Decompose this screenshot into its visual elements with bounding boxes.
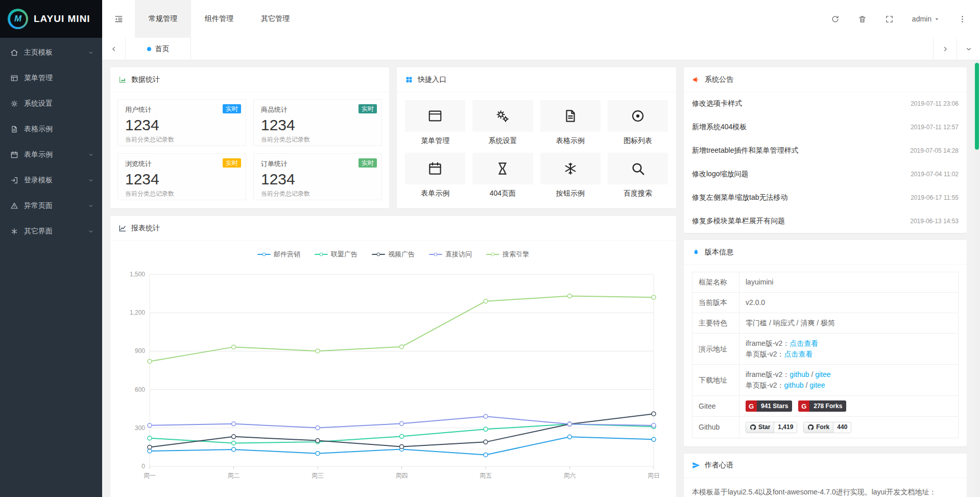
- document-icon: [540, 100, 601, 132]
- stat-box-users[interactable]: 用户统计 1234 当前分类总记录数 实时: [117, 99, 246, 146]
- more-menu-button[interactable]: [958, 15, 967, 23]
- user-menu[interactable]: admin: [912, 15, 940, 23]
- download-github-link[interactable]: github: [784, 381, 803, 389]
- sidebar-item-menu-management[interactable]: 菜单管理: [0, 65, 102, 91]
- current-version-label: 当前版本: [692, 293, 739, 313]
- announcement-link[interactable]: 修复多模块菜单栏展开有问题: [692, 217, 785, 226]
- line-chart-icon: [118, 224, 127, 232]
- announcement-row: 修复多模块菜单栏展开有问题 2019-06-13 14:53: [684, 209, 967, 233]
- stat-value: 1234: [261, 116, 374, 134]
- download-gitee-link[interactable]: gitee: [815, 370, 830, 378]
- legend-item-search-engine[interactable]: 搜索引擎: [486, 250, 529, 259]
- download-github-link[interactable]: github: [790, 370, 809, 378]
- sidebar-item-other-pages[interactable]: 其它界面: [0, 219, 102, 244]
- logo-text: LAYUI MINI: [34, 13, 90, 25]
- download-address-value: iframe版-v2：github / gitee 单页版-v2：github …: [739, 365, 959, 396]
- gitee-forks-badge[interactable]: G278 Forks: [798, 400, 846, 412]
- announcement-link[interactable]: 修改logo缩放问题: [692, 170, 748, 179]
- sidebar-item-label: 登录模板: [24, 176, 88, 185]
- svg-text:900: 900: [134, 347, 145, 354]
- collapse-sidebar-button[interactable]: [102, 0, 135, 38]
- table-row: 下载地址 iframe版-v2：github / gitee 单页版-v2：gi…: [692, 365, 959, 396]
- legend-item-direct[interactable]: 直接访问: [429, 250, 472, 259]
- announcement-date: 2019-07-11 12:57: [911, 124, 959, 131]
- stats-grid: 用户统计 1234 当前分类总记录数 实时 商品统计 1234 当前分类总记录数…: [110, 92, 389, 207]
- gitee-stars-badge[interactable]: G941 Stars: [746, 400, 792, 412]
- github-star-badge[interactable]: Star 1,419: [746, 422, 797, 433]
- app-logo[interactable]: M LAYUI MINI: [0, 0, 102, 38]
- header-tab-components[interactable]: 组件管理: [191, 0, 247, 38]
- stats-card-header: 数据统计: [110, 67, 389, 92]
- stat-box-orders[interactable]: 订单统计 1234 当前分类总记录数 实时: [253, 153, 382, 200]
- github-fork-count: 440: [833, 422, 851, 433]
- announcement-date: 2019-06-13 14:53: [910, 218, 959, 225]
- sidebar-item-error-pages[interactable]: 异常页面: [0, 193, 102, 219]
- scrollbar[interactable]: [974, 60, 980, 497]
- download-gitee-link[interactable]: gitee: [809, 381, 825, 389]
- table-row: 演示地址 iframe版-v2：点击查看 单页版-v2：点击查看: [692, 334, 959, 365]
- legend-marker: [372, 252, 385, 257]
- announcement-date: 2019-07-04 11:02: [911, 171, 959, 178]
- gitee-icon: G: [798, 400, 809, 412]
- quick-entry-table-demo[interactable]: 表格示例: [540, 100, 601, 146]
- clear-cache-button[interactable]: [858, 15, 867, 23]
- tab-options-button[interactable]: [957, 38, 980, 60]
- quick-entry-icon-list[interactable]: 图标列表: [608, 100, 668, 146]
- quick-entry-menu-management[interactable]: 菜单管理: [405, 100, 465, 146]
- legend-item-affiliate[interactable]: 联盟广告: [315, 250, 357, 259]
- home-icon: [10, 49, 18, 57]
- demo-iframe-link[interactable]: 点击查看: [790, 339, 818, 347]
- demo-spa-link[interactable]: 点击查看: [784, 350, 812, 358]
- author-message-text: 本模板基于layui2.5.4以及font-awesome-4.7.0进行实现。…: [692, 488, 936, 496]
- chevron-down-icon: [88, 152, 94, 158]
- announcement-link[interactable]: 新增treetable插件和菜单管理样式: [692, 146, 798, 155]
- stat-caption: 当前分类总记录数: [261, 190, 374, 198]
- refresh-icon: [831, 15, 840, 23]
- svg-text:周日: 周日: [648, 472, 660, 479]
- framework-name-value: layuimini: [739, 272, 959, 293]
- fullscreen-button[interactable]: [885, 15, 894, 23]
- github-icon: [750, 424, 756, 431]
- legend-item-email[interactable]: 邮件营销: [257, 250, 300, 259]
- stat-box-views[interactable]: 浏览统计 1234 当前分类总记录数 实时: [117, 153, 246, 200]
- gitee-label: Gitee: [692, 396, 739, 417]
- quick-entry-system-settings[interactable]: 系统设置: [472, 100, 533, 146]
- scrollbar-thumb[interactable]: [975, 63, 979, 150]
- sidebar-item-label: 其它界面: [24, 227, 88, 236]
- gears-icon: [472, 100, 533, 132]
- tab-home[interactable]: 首页: [126, 38, 191, 60]
- chevron-down-icon: [88, 177, 94, 183]
- announcement-link[interactable]: 新增系统404模板: [692, 123, 747, 132]
- flame-icon: [692, 248, 700, 256]
- table-row: Gitee G941 Stars G278 Forks: [692, 396, 959, 417]
- announcement-link[interactable]: 修改选项卡样式: [692, 99, 742, 108]
- gitee-icon: G: [746, 400, 757, 412]
- quick-entry-button-demo[interactable]: 按钮示例: [540, 153, 601, 198]
- quick-entry-label: 表格示例: [540, 136, 601, 146]
- github-fork-badge[interactable]: Fork 440: [803, 422, 851, 433]
- sidebar-item-system-settings[interactable]: 系统设置: [0, 91, 102, 116]
- tab-scroll-left-button[interactable]: [102, 38, 126, 60]
- status-badge: 实时: [223, 104, 241, 113]
- quick-entry-404-page[interactable]: 404页面: [472, 153, 533, 198]
- quick-entry-label: 404页面: [472, 189, 533, 198]
- framework-name-label: 框架名称: [692, 272, 739, 293]
- top-header: 常规管理 组件管理 其它管理 admin: [102, 0, 980, 38]
- sidebar-item-label: 菜单管理: [24, 74, 94, 83]
- sidebar-item-form-demo[interactable]: 表单示例: [0, 142, 102, 168]
- sidebar-item-home-templates[interactable]: 主页模板: [0, 40, 102, 65]
- announcement-link[interactable]: 修复左侧菜单缩放tab无法移动: [692, 193, 787, 202]
- quick-entry-form-demo[interactable]: 表单示例: [405, 153, 465, 198]
- tab-scroll-right-button[interactable]: [933, 38, 957, 60]
- svg-text:周六: 周六: [563, 472, 576, 479]
- refresh-button[interactable]: [831, 15, 840, 23]
- header-tab-other[interactable]: 其它管理: [247, 0, 303, 38]
- sidebar-item-table-demo[interactable]: 表格示例: [0, 116, 102, 142]
- quick-entry-baidu-search[interactable]: 百度搜索: [608, 153, 668, 198]
- svg-text:300: 300: [134, 424, 145, 432]
- announcement-row: 修复左侧菜单缩放tab无法移动 2019-06-17 11:55: [684, 186, 967, 209]
- header-tab-general[interactable]: 常规管理: [135, 0, 191, 38]
- sidebar-item-login-templates[interactable]: 登录模板: [0, 168, 102, 193]
- legend-item-video[interactable]: 视频广告: [372, 250, 415, 259]
- stat-box-products[interactable]: 商品统计 1234 当前分类总记录数 实时: [253, 99, 382, 146]
